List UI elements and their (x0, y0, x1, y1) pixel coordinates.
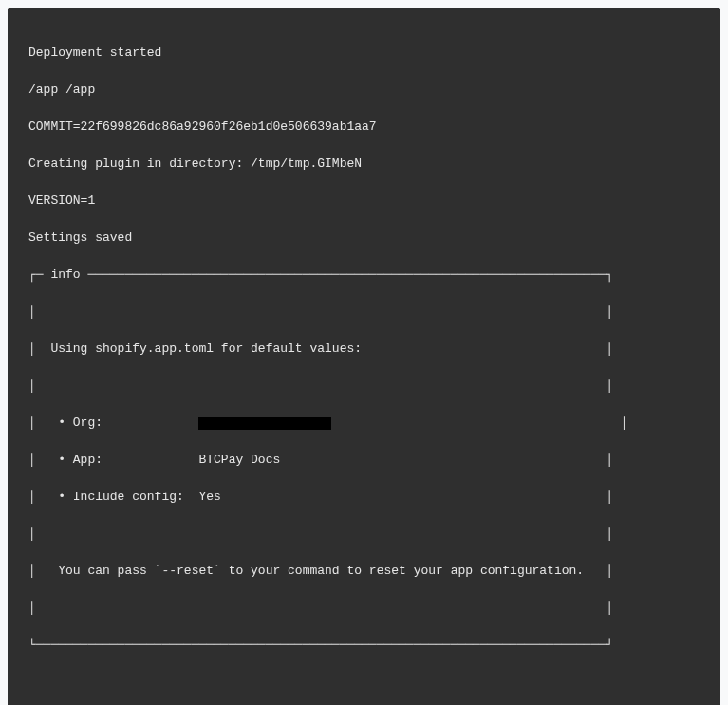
log-line: Settings saved (28, 229, 700, 248)
info-org-label: │ • Org: (28, 416, 198, 430)
log-line: /app /app (28, 81, 700, 100)
info-box-pad: │ (331, 416, 627, 430)
info-box-row: │ │ (28, 599, 700, 618)
log-line: COMMIT=22f699826dc86a92960f26eb1d0e50663… (28, 118, 700, 137)
info-box-row: │ │ (28, 303, 700, 322)
log-line: Deployment started (28, 44, 700, 63)
info-box-row: │ • Include config: Yes │ (28, 488, 700, 507)
terminal-output: Deployment started /app /app COMMIT=22f6… (8, 8, 720, 705)
info-box-row-org: │ • Org: │ (28, 414, 700, 433)
info-box-row: │ You can pass `--reset` to your command… (28, 562, 700, 581)
info-box-bottom: └───────────────────────────────────────… (28, 636, 700, 655)
log-line: Creating plugin in directory: /tmp/tmp.G… (28, 155, 700, 174)
redacted-org-value (198, 417, 331, 430)
info-box-row: │ │ (28, 377, 700, 396)
blank-line (28, 673, 700, 692)
info-box-row: │ Using shopify.app.toml for default val… (28, 340, 700, 359)
info-box-row: │ • App: BTCPay Docs │ (28, 451, 700, 470)
info-box-top: ┌─ info ────────────────────────────────… (28, 266, 700, 285)
log-line: VERSION=1 (28, 192, 700, 211)
info-box-row: │ │ (28, 525, 700, 544)
